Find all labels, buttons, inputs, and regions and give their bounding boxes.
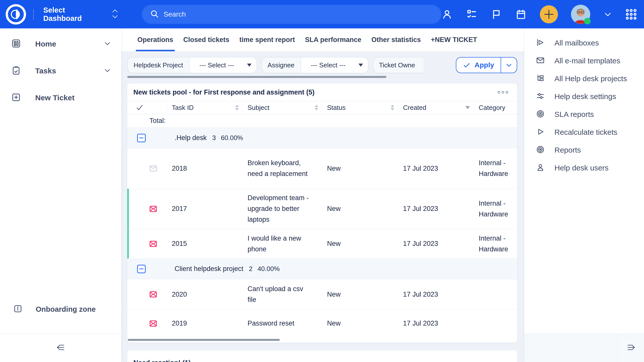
rs-item-all-helpdesk-projects[interactable]: All Help desk projects [524,70,644,87]
collapse-group-icon[interactable] [137,265,146,273]
column-category[interactable]: Category [474,101,517,114]
panel-scrollbar-track [127,337,517,343]
cell-status: New [322,189,398,229]
table-row[interactable]: 2020 Can't upload a csv file New 17 Jul … [127,279,517,310]
table-row[interactable]: 2015 I would like a new phone New 17 Jul… [127,229,517,259]
panel-menu-icon[interactable] [496,360,510,362]
main-area: Operations Closed tickets time spent rep… [121,28,524,362]
chevron-down-icon[interactable] [103,39,112,49]
dashboard-selector-label: Select Dashboard [43,6,104,23]
plus-square-icon [11,92,21,103]
cell-subject: Password reset [243,310,322,337]
cell-category [474,310,517,337]
column-select[interactable] [127,101,167,114]
sort-icon[interactable] [391,105,394,110]
rs-item-recalculate-tickets[interactable]: Recalculate tickets [524,123,644,141]
cell-task-id: 2018 [167,148,243,189]
sidebar-item-tasks[interactable]: Tasks [0,57,121,84]
app-logo[interactable] [5,4,27,25]
target-icon [536,109,545,119]
online-status-dot [584,18,591,24]
chevron-down-icon[interactable] [103,66,112,76]
rs-item-label: SLA reports [554,110,594,119]
sort-desc-icon[interactable] [465,106,470,109]
sidebar-item-label: Home [35,40,56,48]
avatar[interactable] [571,5,590,24]
column-status[interactable]: Status [322,101,398,114]
sidebar-item-onboarding-zone[interactable]: Onboarding zone [0,299,121,319]
column-created[interactable]: Created [398,101,474,114]
helpdesk-project-select[interactable]: --- Select --- [189,57,257,73]
rs-item-label: Recalculate tickets [554,128,617,137]
cell-task-id: 2019 [167,310,243,337]
tab-time-spent-report[interactable]: time spent report [234,28,300,51]
dashboard-selector[interactable]: Select Dashboard [43,6,119,23]
assignee-select[interactable]: --- Select --- [301,57,368,73]
user-icon[interactable] [441,9,453,20]
column-subject[interactable]: Subject [243,101,322,114]
cell-category: Internal - Hardware [474,148,517,189]
group-row-client-helpdesk[interactable]: Client helpdesk project 2 40.00% [127,259,517,279]
rs-item-sla-reports[interactable]: SLA reports [524,105,644,123]
flag-icon[interactable] [491,9,502,20]
sidebar-footer [0,334,121,362]
sort-carets-icon [111,8,119,21]
tab-other-statistics[interactable]: Other statistics [366,28,426,51]
rs-item-helpdesk-settings[interactable]: Help desk settings [524,87,644,105]
collapse-sidebar-icon[interactable] [55,342,66,354]
cell-category: Internal - Hardware [474,189,517,229]
horizontal-scrollbar[interactable] [127,76,386,78]
check-icon [136,104,143,111]
filter-ticket-owner: Ticket Owne [373,57,424,73]
cell-task-id: 2020 [167,279,243,309]
envelope-unread-icon [149,319,157,328]
tab-operations[interactable]: Operations [132,28,178,51]
table-row[interactable]: 2017 Development team - upgrade to bette… [127,189,517,229]
chevron-down-icon[interactable] [603,9,612,20]
group-name: .Help desk [175,134,207,142]
rs-item-label: All mailboxes [554,39,599,47]
play-icon [536,127,545,137]
column-task-id[interactable]: Task ID [167,101,243,114]
tab-new-ticket[interactable]: +NEW TICKET [426,28,482,51]
add-button[interactable] [540,5,558,23]
tab-closed-tickets[interactable]: Closed tickets [178,28,234,51]
left-sidebar: Home Tasks New Ticket [0,28,121,362]
right-sidebar-footer [524,334,644,362]
panel-title: New tickets pool - for First response an… [133,88,314,96]
topbar-actions [441,5,637,24]
rs-item-all-email-templates[interactable]: All e-mail templates [524,52,644,70]
rs-item-helpdesk-users[interactable]: Help desk users [524,159,644,177]
apply-button[interactable]: Apply [456,58,501,73]
sort-icon[interactable] [235,105,239,110]
group-count: 3 [212,134,216,142]
group-row-help-desk[interactable]: .Help desk 3 60.00% [127,128,517,148]
target-icon [536,145,545,155]
sidebar-item-new-ticket[interactable]: New Ticket [0,84,121,111]
expand-sidebar-icon[interactable] [625,342,637,354]
cell-category: Internal - Hardware [474,229,517,258]
collapse-group-icon[interactable] [137,134,146,142]
panel-scrollbar[interactable] [128,339,280,341]
sidebar-item-home[interactable]: Home [0,30,121,57]
panel-menu-icon[interactable] [496,89,510,96]
cell-task-id: 2015 [167,229,243,258]
dropdown-arrow-icon [358,64,363,67]
search-input[interactable]: Search [142,5,441,24]
rs-item-label: All Help desk projects [554,74,627,83]
total-row: Total: [127,114,517,128]
cell-status: New [322,148,398,189]
sort-icon[interactable] [315,105,318,110]
apply-dropdown-button[interactable] [501,58,517,73]
checklist-icon[interactable] [466,9,477,20]
table-row[interactable]: 2018 Broken keyboard, need a replacement… [127,148,517,189]
table-row[interactable]: 2019 Password reset New 17 Jul 2023 [127,310,517,337]
tab-sla-performance[interactable]: SLA performance [300,28,366,51]
filter-assignee: Assignee --- Select --- [261,57,368,73]
filter-label: Helpdesk Project [128,57,189,73]
calendar-icon[interactable] [515,9,527,20]
apps-grid-icon[interactable] [625,9,637,20]
rs-item-reports[interactable]: Reports [524,141,644,159]
rs-item-all-mailboxes[interactable]: All mailboxes [524,34,644,52]
group-count: 2 [249,265,252,273]
